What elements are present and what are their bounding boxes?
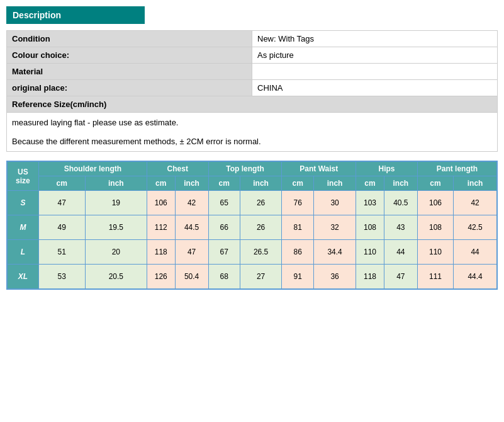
cell-hips-cm-row-l: 110 <box>356 240 384 265</box>
origin-value: CHINA <box>252 80 498 96</box>
cell-hips-cm-row-m: 108 <box>356 215 384 240</box>
cell-pantwaist-cm-row-m: 81 <box>282 215 314 240</box>
cell-toplength-inch-row-xl: 27 <box>240 265 282 290</box>
cell-toplength-cm-row-xl: 68 <box>208 265 240 290</box>
cell-chest-inch-row-s: 42 <box>175 191 208 215</box>
material-value <box>252 64 498 80</box>
pant-length-header: Pant length <box>417 161 497 176</box>
chest-header: Chest <box>147 161 208 176</box>
colour-value: As picture <box>252 47 498 64</box>
cell-toplength-cm-row-s: 65 <box>208 191 240 215</box>
cell-shoulder-inch-row-m: 19.5 <box>85 215 147 240</box>
cell-pantwaist-inch-row-l: 34.4 <box>313 240 356 265</box>
condition-value: New: With Tags <box>252 31 498 47</box>
cell-chest-inch-row-m: 44.5 <box>175 215 208 240</box>
cell-hips-cm-row-s: 103 <box>356 191 384 215</box>
tl-cm-header: cm <box>208 176 240 191</box>
pl-cm-header: cm <box>417 176 453 191</box>
info-table: Condition New: With Tags Colour choice: … <box>6 30 498 152</box>
cell-pantwaist-inch-row-m: 32 <box>313 215 356 240</box>
page-wrapper: Description Condition New: With Tags Col… <box>0 0 504 296</box>
cell-pantlength-cm-row-s: 106 <box>417 191 453 215</box>
cell-hips-inch-row-m: 43 <box>384 215 417 240</box>
condition-label: Condition <box>7 31 252 47</box>
reference-size-label: Reference Size(cm/inch) <box>7 96 498 113</box>
cell-pantlength-cm-row-m: 108 <box>417 215 453 240</box>
pw-inch-header: inch <box>313 176 356 191</box>
cell-pantlength-cm-row-xl: 111 <box>417 265 453 290</box>
hp-cm-header: cm <box>356 176 384 191</box>
material-row: Material <box>7 64 498 80</box>
cell-pantlength-inch-row-m: 42.5 <box>454 215 497 240</box>
top-length-header: Top length <box>208 161 282 176</box>
cell-toplength-inch-row-s: 26 <box>240 191 282 215</box>
cell-us-size-cell-row-s: S <box>7 191 38 215</box>
shoulder-length-header: Shoulder length <box>38 161 147 176</box>
cell-pantlength-cm-row-l: 110 <box>417 240 453 265</box>
cell-chest-inch-row-xl: 50.4 <box>175 265 208 290</box>
size-table-wrapper: USsize Shoulder length Chest Top length … <box>6 161 498 290</box>
material-label: Material <box>7 64 252 80</box>
cell-hips-inch-row-l: 44 <box>384 240 417 265</box>
cell-pantwaist-inch-row-xl: 36 <box>313 265 356 290</box>
cell-shoulder-cm-row-s: 47 <box>38 191 85 215</box>
cell-hips-inch-row-s: 40.5 <box>384 191 417 215</box>
note-2: Because the different measurement method… <box>12 137 492 146</box>
cell-shoulder-cm-row-m: 49 <box>38 215 85 240</box>
cell-chest-cm-row-m: 112 <box>147 215 175 240</box>
cell-chest-cm-row-s: 106 <box>147 191 175 215</box>
cell-pantlength-inch-row-l: 44 <box>454 240 497 265</box>
notes-row: measured laying flat - please use as est… <box>7 113 498 152</box>
size-table: USsize Shoulder length Chest Top length … <box>6 161 498 290</box>
us-size-header: USsize <box>7 161 38 191</box>
size-row-xl: XL5320.512650.4682791361184711144.4 <box>7 265 497 290</box>
pw-cm-header: cm <box>282 176 314 191</box>
ch-cm-header: cm <box>147 176 175 191</box>
header-row-1: USsize Shoulder length Chest Top length … <box>7 161 497 176</box>
cell-toplength-cm-row-l: 67 <box>208 240 240 265</box>
colour-label: Colour choice: <box>7 47 252 64</box>
hips-header: Hips <box>356 161 418 176</box>
cell-toplength-inch-row-l: 26.5 <box>240 240 282 265</box>
size-row-m: M4919.511244.5662681321084310842.5 <box>7 215 497 240</box>
cell-pantwaist-inch-row-s: 30 <box>313 191 356 215</box>
cell-toplength-inch-row-m: 26 <box>240 215 282 240</box>
cell-shoulder-inch-row-s: 19 <box>85 191 147 215</box>
note-1: measured laying flat - please use as est… <box>12 118 492 127</box>
sh-cm-header: cm <box>38 176 85 191</box>
colour-row: Colour choice: As picture <box>7 47 498 64</box>
cell-us-size-cell-row-l: L <box>7 240 38 265</box>
cell-pantlength-inch-row-s: 42 <box>454 191 497 215</box>
hp-inch-header: inch <box>384 176 417 191</box>
cell-chest-inch-row-l: 47 <box>175 240 208 265</box>
size-row-l: L5120118476726.58634.41104411044 <box>7 240 497 265</box>
cell-us-size-cell-row-m: M <box>7 215 38 240</box>
origin-row: original place: CHINA <box>7 80 498 96</box>
cell-toplength-cm-row-m: 66 <box>208 215 240 240</box>
sh-inch-header: inch <box>85 176 147 191</box>
cell-chest-cm-row-l: 118 <box>147 240 175 265</box>
cell-pantwaist-cm-row-l: 86 <box>282 240 314 265</box>
header-row-2: cm inch cm inch cm inch cm inch cm inch … <box>7 176 497 191</box>
pant-waist-header: Pant Waist <box>282 161 356 176</box>
origin-label: original place: <box>7 80 252 96</box>
cell-shoulder-inch-row-l: 20 <box>85 240 147 265</box>
cell-pantwaist-cm-row-xl: 91 <box>282 265 314 290</box>
cell-us-size-cell-row-xl: XL <box>7 265 38 290</box>
cell-pantwaist-cm-row-s: 76 <box>282 191 314 215</box>
cell-hips-inch-row-xl: 47 <box>384 265 417 290</box>
size-row-s: S4719106426526763010340.510642 <box>7 191 497 215</box>
size-table-body: S4719106426526763010340.510642M4919.5112… <box>7 191 497 290</box>
pl-inch-header: inch <box>454 176 497 191</box>
condition-row: Condition New: With Tags <box>7 31 498 47</box>
cell-hips-cm-row-xl: 118 <box>356 265 384 290</box>
ch-inch-header: inch <box>175 176 208 191</box>
cell-chest-cm-row-xl: 126 <box>147 265 175 290</box>
cell-pantlength-inch-row-xl: 44.4 <box>454 265 497 290</box>
tl-inch-header: inch <box>240 176 282 191</box>
cell-shoulder-cm-row-l: 51 <box>38 240 85 265</box>
cell-shoulder-inch-row-xl: 20.5 <box>85 265 147 290</box>
notes-text: measured laying flat - please use as est… <box>7 113 498 152</box>
description-header: Description <box>6 6 145 24</box>
reference-size-row: Reference Size(cm/inch) <box>7 96 498 113</box>
